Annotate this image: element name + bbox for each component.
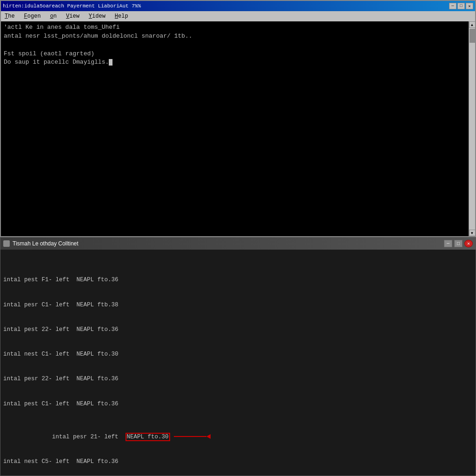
top-window-controls: ─ □ ✕ <box>449 3 473 9</box>
terminal-line-3: intal pest 22- left NEAPL fto.36 <box>3 326 473 334</box>
menu-fogen[interactable]: Fogen <box>22 12 43 20</box>
scroll-up-arrow[interactable]: ▲ <box>469 21 476 28</box>
arrow-shaft <box>174 436 206 437</box>
bottom-titlebar-left: Tismah Le othday Colltinet <box>3 240 79 247</box>
arrow-tip <box>206 434 211 439</box>
bottom-window-title: Tismah Le othday Colltinet <box>13 240 79 247</box>
menu-view[interactable]: View <box>64 12 81 20</box>
terminal-line-6: intal pest C1- left NEAPL fto.36 <box>3 400 473 409</box>
top-window: hirten:idula5oareach Payerment LiaboriAu… <box>0 0 476 237</box>
terminal-line-8: intal nest C5- left NEAPL fto.36 <box>3 458 473 466</box>
highlighted-value: NEAPL fto.30 <box>126 433 170 441</box>
top-minimize-button[interactable]: ─ <box>449 3 456 9</box>
bottom-window-controls: ─ □ ✕ <box>444 240 473 247</box>
terminal-line-1: intal pest F1- left NEAPL fto.36 <box>3 276 473 284</box>
bottom-terminal-area: intal pest F1- left NEAPL fto.36 intal p… <box>0 250 476 476</box>
terminal-cursor <box>109 59 112 66</box>
top-terminal-output: 'actl Ke in anes dala toms_Uhefi antal n… <box>4 23 472 67</box>
menu-yidew[interactable]: Yidew <box>87 12 107 20</box>
menu-on[interactable]: on <box>48 12 59 20</box>
scroll-thumb[interactable] <box>469 29 475 43</box>
terminal-line-highlighted: intal pesr 21- left NEAPL fto.30 <box>24 425 476 450</box>
terminal-line-2: intal pesr C1- left NEAPL ftb.38 <box>3 301 473 310</box>
red-arrow <box>174 434 211 439</box>
top-titlebar: hirten:idula5oareach Payerment LiaboriAu… <box>1 1 475 11</box>
top-scrollbar[interactable]: ▲ ▼ <box>469 21 475 236</box>
terminal-line-5: intal pesr 22- left NEAPL fto.36 <box>3 375 473 383</box>
menu-the[interactable]: The <box>3 12 17 20</box>
bottom-window: Tismah Le othday Colltinet ─ □ ✕ intal p… <box>0 237 476 476</box>
top-menubar: The Fogen on View Yidew Help <box>1 11 475 21</box>
bottom-minimize-button[interactable]: ─ <box>444 240 452 247</box>
scroll-down-arrow[interactable]: ▼ <box>469 230 476 236</box>
bottom-titlebar: Tismah Le othday Colltinet ─ □ ✕ <box>0 238 476 250</box>
terminal-line-4: intal nest C1- left NEAPL fto.30 <box>3 350 473 359</box>
bottom-close-button[interactable]: ✕ <box>464 240 473 247</box>
bottom-window-icon <box>3 240 10 247</box>
highlight-prefix: intal pesr 21- left <box>52 434 126 440</box>
bottom-terminal-output: intal pest F1- left NEAPL fto.36 intal p… <box>3 251 473 476</box>
top-terminal-area: 'actl Ke in anes dala toms_Uhefi antal n… <box>1 21 475 236</box>
menu-help[interactable]: Help <box>113 12 130 20</box>
bottom-maximize-button[interactable]: □ <box>454 240 463 247</box>
top-close-button[interactable]: ✕ <box>466 3 473 9</box>
top-window-title: hirten:idula5oareach Payerment LiaboriAu… <box>3 3 141 9</box>
top-maximize-button[interactable]: □ <box>457 3 465 9</box>
